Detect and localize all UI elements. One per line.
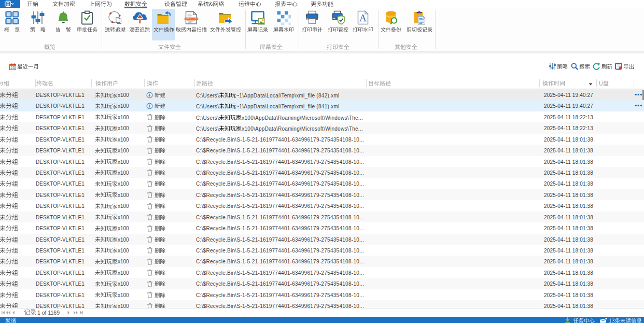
- svg-text:23: 23: [10, 65, 15, 70]
